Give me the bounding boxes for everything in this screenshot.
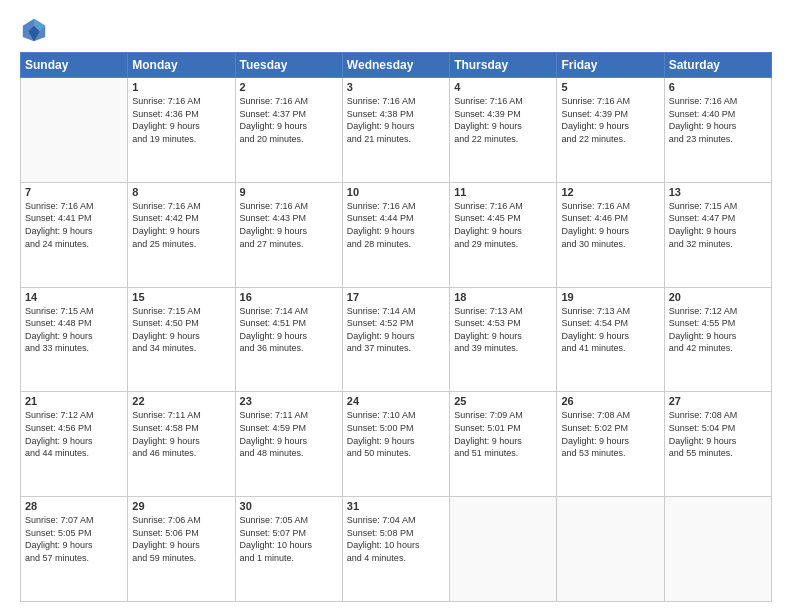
calendar-cell: 31Sunrise: 7:04 AMSunset: 5:08 PMDayligh… <box>342 497 449 602</box>
calendar-cell: 24Sunrise: 7:10 AMSunset: 5:00 PMDayligh… <box>342 392 449 497</box>
cell-info: Sunrise: 7:16 AMSunset: 4:41 PMDaylight:… <box>25 200 123 250</box>
cell-info: Sunrise: 7:16 AMSunset: 4:43 PMDaylight:… <box>240 200 338 250</box>
cell-info: Sunrise: 7:15 AMSunset: 4:50 PMDaylight:… <box>132 305 230 355</box>
day-number: 15 <box>132 291 230 303</box>
calendar-cell: 29Sunrise: 7:06 AMSunset: 5:06 PMDayligh… <box>128 497 235 602</box>
calendar-week-row: 28Sunrise: 7:07 AMSunset: 5:05 PMDayligh… <box>21 497 772 602</box>
day-number: 14 <box>25 291 123 303</box>
day-number: 26 <box>561 395 659 407</box>
weekday-header: Friday <box>557 53 664 78</box>
calendar-cell: 6Sunrise: 7:16 AMSunset: 4:40 PMDaylight… <box>664 78 771 183</box>
cell-info: Sunrise: 7:16 AMSunset: 4:46 PMDaylight:… <box>561 200 659 250</box>
page: SundayMondayTuesdayWednesdayThursdayFrid… <box>0 0 792 612</box>
weekday-header: Saturday <box>664 53 771 78</box>
day-number: 31 <box>347 500 445 512</box>
day-number: 20 <box>669 291 767 303</box>
day-number: 4 <box>454 81 552 93</box>
day-number: 18 <box>454 291 552 303</box>
day-number: 2 <box>240 81 338 93</box>
day-number: 7 <box>25 186 123 198</box>
cell-info: Sunrise: 7:16 AMSunset: 4:39 PMDaylight:… <box>454 95 552 145</box>
calendar-cell: 5Sunrise: 7:16 AMSunset: 4:39 PMDaylight… <box>557 78 664 183</box>
calendar-cell: 12Sunrise: 7:16 AMSunset: 4:46 PMDayligh… <box>557 182 664 287</box>
day-number: 10 <box>347 186 445 198</box>
cell-info: Sunrise: 7:08 AMSunset: 5:04 PMDaylight:… <box>669 409 767 459</box>
calendar-cell: 20Sunrise: 7:12 AMSunset: 4:55 PMDayligh… <box>664 287 771 392</box>
cell-info: Sunrise: 7:16 AMSunset: 4:44 PMDaylight:… <box>347 200 445 250</box>
cell-info: Sunrise: 7:16 AMSunset: 4:42 PMDaylight:… <box>132 200 230 250</box>
calendar-cell: 25Sunrise: 7:09 AMSunset: 5:01 PMDayligh… <box>450 392 557 497</box>
day-number: 11 <box>454 186 552 198</box>
calendar-cell: 28Sunrise: 7:07 AMSunset: 5:05 PMDayligh… <box>21 497 128 602</box>
cell-info: Sunrise: 7:08 AMSunset: 5:02 PMDaylight:… <box>561 409 659 459</box>
cell-info: Sunrise: 7:13 AMSunset: 4:53 PMDaylight:… <box>454 305 552 355</box>
day-number: 30 <box>240 500 338 512</box>
cell-info: Sunrise: 7:14 AMSunset: 4:51 PMDaylight:… <box>240 305 338 355</box>
day-number: 12 <box>561 186 659 198</box>
day-number: 17 <box>347 291 445 303</box>
calendar-cell: 17Sunrise: 7:14 AMSunset: 4:52 PMDayligh… <box>342 287 449 392</box>
cell-info: Sunrise: 7:14 AMSunset: 4:52 PMDaylight:… <box>347 305 445 355</box>
calendar-cell <box>450 497 557 602</box>
calendar-week-row: 1Sunrise: 7:16 AMSunset: 4:36 PMDaylight… <box>21 78 772 183</box>
day-number: 13 <box>669 186 767 198</box>
day-number: 23 <box>240 395 338 407</box>
calendar-header-row: SundayMondayTuesdayWednesdayThursdayFrid… <box>21 53 772 78</box>
day-number: 19 <box>561 291 659 303</box>
calendar-week-row: 21Sunrise: 7:12 AMSunset: 4:56 PMDayligh… <box>21 392 772 497</box>
calendar-cell: 21Sunrise: 7:12 AMSunset: 4:56 PMDayligh… <box>21 392 128 497</box>
calendar-cell: 22Sunrise: 7:11 AMSunset: 4:58 PMDayligh… <box>128 392 235 497</box>
calendar-cell: 4Sunrise: 7:16 AMSunset: 4:39 PMDaylight… <box>450 78 557 183</box>
cell-info: Sunrise: 7:16 AMSunset: 4:45 PMDaylight:… <box>454 200 552 250</box>
cell-info: Sunrise: 7:13 AMSunset: 4:54 PMDaylight:… <box>561 305 659 355</box>
cell-info: Sunrise: 7:05 AMSunset: 5:07 PMDaylight:… <box>240 514 338 564</box>
weekday-header: Monday <box>128 53 235 78</box>
cell-info: Sunrise: 7:16 AMSunset: 4:38 PMDaylight:… <box>347 95 445 145</box>
cell-info: Sunrise: 7:10 AMSunset: 5:00 PMDaylight:… <box>347 409 445 459</box>
cell-info: Sunrise: 7:07 AMSunset: 5:05 PMDaylight:… <box>25 514 123 564</box>
logo <box>20 16 52 44</box>
day-number: 28 <box>25 500 123 512</box>
calendar-cell: 1Sunrise: 7:16 AMSunset: 4:36 PMDaylight… <box>128 78 235 183</box>
day-number: 3 <box>347 81 445 93</box>
weekday-header: Tuesday <box>235 53 342 78</box>
calendar-cell: 8Sunrise: 7:16 AMSunset: 4:42 PMDaylight… <box>128 182 235 287</box>
calendar-cell: 11Sunrise: 7:16 AMSunset: 4:45 PMDayligh… <box>450 182 557 287</box>
day-number: 21 <box>25 395 123 407</box>
day-number: 22 <box>132 395 230 407</box>
weekday-header: Thursday <box>450 53 557 78</box>
day-number: 9 <box>240 186 338 198</box>
logo-icon <box>20 16 48 44</box>
calendar-cell: 23Sunrise: 7:11 AMSunset: 4:59 PMDayligh… <box>235 392 342 497</box>
day-number: 1 <box>132 81 230 93</box>
calendar-cell <box>21 78 128 183</box>
cell-info: Sunrise: 7:15 AMSunset: 4:47 PMDaylight:… <box>669 200 767 250</box>
calendar-cell: 7Sunrise: 7:16 AMSunset: 4:41 PMDaylight… <box>21 182 128 287</box>
day-number: 25 <box>454 395 552 407</box>
calendar-cell: 13Sunrise: 7:15 AMSunset: 4:47 PMDayligh… <box>664 182 771 287</box>
weekday-header: Wednesday <box>342 53 449 78</box>
calendar-week-row: 14Sunrise: 7:15 AMSunset: 4:48 PMDayligh… <box>21 287 772 392</box>
calendar-cell: 15Sunrise: 7:15 AMSunset: 4:50 PMDayligh… <box>128 287 235 392</box>
day-number: 24 <box>347 395 445 407</box>
cell-info: Sunrise: 7:06 AMSunset: 5:06 PMDaylight:… <box>132 514 230 564</box>
calendar-cell: 10Sunrise: 7:16 AMSunset: 4:44 PMDayligh… <box>342 182 449 287</box>
weekday-header: Sunday <box>21 53 128 78</box>
calendar-cell: 14Sunrise: 7:15 AMSunset: 4:48 PMDayligh… <box>21 287 128 392</box>
calendar-cell <box>664 497 771 602</box>
calendar-cell: 18Sunrise: 7:13 AMSunset: 4:53 PMDayligh… <box>450 287 557 392</box>
calendar-cell: 27Sunrise: 7:08 AMSunset: 5:04 PMDayligh… <box>664 392 771 497</box>
cell-info: Sunrise: 7:11 AMSunset: 4:58 PMDaylight:… <box>132 409 230 459</box>
cell-info: Sunrise: 7:16 AMSunset: 4:37 PMDaylight:… <box>240 95 338 145</box>
calendar-cell: 26Sunrise: 7:08 AMSunset: 5:02 PMDayligh… <box>557 392 664 497</box>
cell-info: Sunrise: 7:15 AMSunset: 4:48 PMDaylight:… <box>25 305 123 355</box>
calendar-cell: 2Sunrise: 7:16 AMSunset: 4:37 PMDaylight… <box>235 78 342 183</box>
header <box>20 16 772 44</box>
day-number: 5 <box>561 81 659 93</box>
day-number: 27 <box>669 395 767 407</box>
calendar-cell <box>557 497 664 602</box>
cell-info: Sunrise: 7:04 AMSunset: 5:08 PMDaylight:… <box>347 514 445 564</box>
day-number: 8 <box>132 186 230 198</box>
cell-info: Sunrise: 7:16 AMSunset: 4:40 PMDaylight:… <box>669 95 767 145</box>
calendar-table: SundayMondayTuesdayWednesdayThursdayFrid… <box>20 52 772 602</box>
